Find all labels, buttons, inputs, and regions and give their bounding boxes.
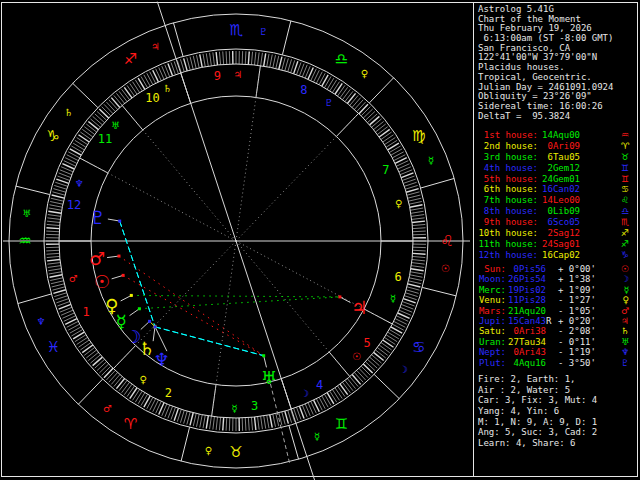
degree-tick — [361, 366, 370, 375]
house-cusp-value: 6Tau05 — [538, 152, 580, 163]
sign-divider — [78, 379, 102, 404]
degree-tick — [102, 366, 111, 375]
planet-position-dot — [154, 325, 157, 328]
degree-tick — [51, 281, 64, 284]
house-ruler-icon: ♀ — [139, 374, 146, 385]
degree-tick — [68, 324, 79, 330]
degree-tick — [388, 332, 399, 339]
planet-position-value: 15Can43 — [506, 316, 546, 326]
degree-tick — [314, 70, 320, 82]
degree-tick — [359, 104, 368, 113]
degree-tick — [127, 85, 134, 96]
zodiac-sign-icon: ♎ — [335, 50, 348, 68]
degree-tick — [184, 411, 188, 423]
degree-tick — [374, 352, 384, 360]
wheel-planet-icon: ♄ — [139, 338, 155, 359]
wheel-planet-icon: ♃ — [351, 297, 367, 318]
wheel-planet-icon: ♆ — [154, 349, 170, 370]
degree-tick — [359, 368, 368, 377]
house-number: 11 — [98, 132, 112, 146]
degree-tick — [405, 293, 417, 297]
degree-tick — [144, 75, 150, 86]
degree-tick — [73, 332, 84, 339]
degree-tick — [245, 51, 246, 64]
degree-tick — [114, 95, 122, 105]
degree-tick — [127, 386, 134, 397]
degree-tick — [267, 415, 269, 428]
degree-tick — [111, 375, 120, 385]
degree-tick — [403, 299, 415, 303]
zodiac-sign-icon: ♋ — [412, 338, 425, 356]
planet-icon: ☿ — [623, 285, 636, 295]
retrograde-flag — [546, 358, 552, 368]
degree-tick — [316, 72, 322, 84]
degree-tick — [409, 201, 422, 204]
degree-tick — [99, 109, 108, 118]
degree-tick — [255, 52, 256, 65]
degree-tick — [288, 410, 292, 422]
wheel-planet-icon: ☉ — [94, 271, 110, 292]
degree-tick — [150, 399, 156, 411]
planet-velocity: - 1°05' — [558, 306, 596, 316]
degree-tick — [411, 266, 424, 268]
degree-tick — [375, 124, 385, 132]
degree-tick — [203, 54, 205, 67]
planet-velocity: - 1°19' — [558, 347, 596, 357]
degree-tick — [130, 388, 137, 399]
degree-tick — [370, 357, 380, 366]
planet-row: Moon:26Pis54 + 1°38'☽ — [478, 274, 636, 284]
degree-tick — [405, 185, 417, 189]
sign-ruler-icon: ♀ — [205, 445, 212, 456]
degree-tick — [395, 158, 407, 164]
planet-row: Mars:21Aqu20 - 1°05'♂ — [478, 306, 636, 316]
house-cusp-value: 2Sag12 — [538, 228, 580, 239]
degree-tick — [90, 355, 100, 363]
degree-tick — [219, 417, 220, 430]
degree-tick — [226, 418, 227, 431]
degree-tick — [56, 179, 68, 183]
degree-tick — [67, 155, 79, 161]
planet-row: Nept:0Ari43 - 1°19'♆ — [478, 347, 636, 357]
degree-tick — [49, 272, 62, 274]
degree-tick — [322, 75, 328, 86]
planet-row: Sun:0Pis56 + 0°00'☉ — [478, 264, 636, 274]
degree-tick — [53, 290, 65, 294]
zodiac-sign-icon: ♌ — [440, 232, 453, 250]
degree-tick — [109, 100, 118, 110]
degree-tick — [258, 52, 260, 65]
house-number: 8 — [300, 83, 307, 97]
degree-tick — [270, 54, 272, 67]
degree-tick — [78, 135, 89, 142]
sign-divider — [18, 294, 52, 304]
planet-velocity: - 3°50' — [558, 358, 596, 368]
wheel-planet-icon: ♇ — [90, 207, 106, 228]
house-row: 1st house:14Aqu00♒ — [478, 130, 636, 141]
degree-tick — [111, 98, 120, 108]
house-sign-icon: ♋ — [621, 184, 636, 195]
planet-pointer-line — [108, 219, 120, 221]
degree-tick — [95, 114, 105, 123]
degree-tick — [408, 281, 421, 284]
house-row: 12th house:16Cap02♑ — [478, 250, 636, 261]
degree-tick — [153, 70, 159, 82]
sign-divider — [289, 426, 299, 460]
degree-tick — [153, 400, 159, 412]
degree-tick — [122, 382, 130, 392]
degree-tick — [391, 327, 402, 333]
degree-tick — [288, 59, 292, 71]
degree-tick — [391, 149, 402, 155]
degree-tick — [384, 337, 395, 344]
degree-tick — [187, 57, 190, 70]
planet-row: Plut:4Aqu16 - 3°50'♇ — [478, 358, 636, 368]
degree-tick — [354, 373, 363, 383]
degree-tick — [377, 127, 387, 135]
planet-position-dot — [138, 307, 141, 310]
planet-position-dot — [122, 274, 125, 277]
degree-tick — [49, 275, 62, 277]
degree-tick — [389, 146, 400, 153]
degree-tick — [200, 54, 202, 67]
degree-tick — [130, 83, 137, 94]
degree-tick — [88, 121, 98, 129]
sign-ruler-icon: ♅ — [22, 208, 31, 219]
degree-tick — [410, 272, 423, 274]
